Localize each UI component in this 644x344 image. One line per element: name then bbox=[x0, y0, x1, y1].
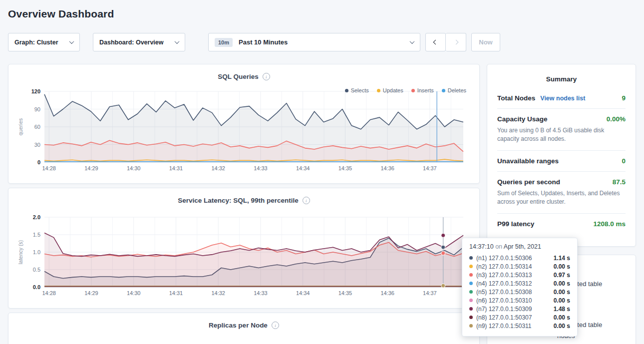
node-address: (n4) 127.0.0.1:50312 bbox=[476, 280, 532, 287]
charts-column: SQL Queries i SelectsUpdatesInsertsDelet… bbox=[8, 64, 480, 344]
legend-item-selects[interactable]: Selects bbox=[345, 87, 369, 93]
legend-label: Updates bbox=[383, 87, 403, 93]
chevron-down-icon bbox=[69, 39, 74, 44]
node-color-dot bbox=[469, 290, 473, 294]
service-latency-chart[interactable]: 14:2814:2914:3014:3114:3214:3314:3414:35… bbox=[16, 213, 471, 298]
node-address: (n6) 127.0.0.1:50310 bbox=[476, 297, 532, 304]
dashboard-toolbar: Graph: Cluster Dashboard: Overview 10m P… bbox=[0, 33, 644, 51]
legend-dot bbox=[377, 89, 380, 92]
tooltip-timestamp: 14:37:10 on Apr 5th, 2021 bbox=[469, 243, 570, 254]
node-latency-value: 0.00 s bbox=[554, 297, 570, 304]
y-tick-label: 90 bbox=[34, 106, 40, 112]
y-tick-label: 0 bbox=[37, 159, 40, 165]
x-tick-label: 14:36 bbox=[380, 290, 394, 296]
graph-selector-dropdown[interactable]: Graph: Cluster bbox=[8, 33, 80, 51]
node-color-dot bbox=[469, 316, 473, 319]
y-tick-label: 120 bbox=[31, 88, 40, 94]
node-latency-value: 0.00 s bbox=[554, 314, 570, 321]
node-latency-value: 0.97 s bbox=[554, 272, 570, 279]
tooltip-node-row: (n8) 127.0.0.1:50307 0.00 s bbox=[469, 313, 570, 322]
y-tick-label: 60 bbox=[34, 124, 40, 130]
node-color-dot bbox=[469, 265, 473, 268]
node-address: (n9) 127.0.0.1:50311 bbox=[476, 323, 532, 330]
summary-title: Summary bbox=[497, 75, 626, 83]
qps-subtext: Sum of Selects, Updates, Inserts, and De… bbox=[497, 189, 626, 207]
node-latency-value: 0.00 s bbox=[554, 263, 570, 270]
node-latency-value: 0.00 s bbox=[554, 323, 570, 330]
chart-title: Replicas per Node bbox=[209, 322, 268, 329]
x-tick-label: 14:31 bbox=[169, 165, 183, 171]
tooltip-connector: on bbox=[495, 243, 502, 250]
info-icon[interactable]: i bbox=[263, 73, 270, 80]
y-tick-label: 0.5 bbox=[33, 267, 40, 273]
total-nodes-value: 9 bbox=[622, 94, 626, 102]
node-latency-value: 0.00 s bbox=[554, 289, 570, 296]
summary-queries-per-second: Queries per second 87.5 Sum of Selects, … bbox=[497, 172, 626, 214]
now-button[interactable]: Now bbox=[471, 33, 500, 51]
tooltip-node-row: (n7) 127.0.0.1:50309 1.48 s bbox=[469, 305, 570, 313]
node-color-dot bbox=[469, 299, 473, 302]
node-address: (n8) 127.0.0.1:50307 bbox=[476, 314, 532, 321]
view-nodes-list-link[interactable]: View nodes list bbox=[540, 95, 585, 102]
hover-point bbox=[441, 245, 445, 249]
y-tick-label: 1.0 bbox=[33, 249, 40, 255]
total-nodes-label: Total Nodes bbox=[497, 94, 535, 102]
tooltip-node-row: (n6) 127.0.0.1:50310 0.00 s bbox=[469, 296, 570, 305]
chart-legend: SelectsUpdatesInsertsDeletes bbox=[345, 87, 466, 93]
legend-item-deletes[interactable]: Deletes bbox=[442, 87, 466, 93]
node-address: (n2) 127.0.0.1:50314 bbox=[476, 263, 532, 270]
time-range-dropdown[interactable]: 10m Past 10 Minutes bbox=[208, 33, 420, 51]
unavailable-ranges-label: Unavailable ranges bbox=[497, 157, 559, 165]
x-tick-label: 14:34 bbox=[296, 290, 310, 296]
summary-total-nodes: Total Nodes View nodes list 9 bbox=[497, 88, 626, 109]
capacity-usage-label: Capacity Usage bbox=[497, 115, 548, 123]
time-range-badge: 10m bbox=[215, 38, 233, 47]
service-latency-chart-header: Service Latency: SQL, 99th percentile i bbox=[16, 197, 471, 204]
service-latency-chart-card: Service Latency: SQL, 99th percentile i … bbox=[8, 188, 480, 309]
time-step-arrows bbox=[425, 33, 466, 51]
node-address: (n5) 127.0.0.1:50308 bbox=[476, 289, 532, 296]
x-tick-label: 14:35 bbox=[338, 165, 352, 171]
info-icon[interactable]: i bbox=[303, 197, 310, 204]
node-latency-value: 0.00 s bbox=[554, 280, 570, 287]
legend-dot bbox=[345, 89, 348, 92]
tooltip-node-row: (n9) 127.0.0.1:50311 0.00 s bbox=[469, 322, 570, 330]
chart-title: SQL Queries bbox=[218, 73, 259, 80]
dashboard-selector-label: Dashboard: Overview bbox=[99, 39, 164, 46]
sql-queries-chart-header: SQL Queries i bbox=[16, 73, 471, 80]
dashboard-selector-dropdown[interactable]: Dashboard: Overview bbox=[93, 33, 185, 51]
y-tick-label: 2.0 bbox=[33, 214, 40, 220]
tooltip-rows: (n1) 127.0.0.1:50306 1.14 s (n2) 127.0.0… bbox=[469, 254, 570, 330]
capacity-usage-value: 0.00% bbox=[607, 115, 626, 123]
chevron-down-icon bbox=[175, 39, 180, 44]
x-tick-label: 14:37 bbox=[423, 290, 437, 296]
info-icon[interactable]: i bbox=[272, 322, 279, 329]
node-latency-value: 1.48 s bbox=[554, 306, 570, 313]
tooltip-node-row: (n1) 127.0.0.1:50306 1.14 s bbox=[469, 254, 570, 262]
time-step-forward-button[interactable] bbox=[446, 33, 466, 51]
x-tick-label: 14:29 bbox=[84, 290, 98, 296]
hover-point bbox=[441, 251, 445, 255]
y-axis-label: queries bbox=[17, 118, 23, 135]
legend-item-updates[interactable]: Updates bbox=[377, 87, 403, 93]
summary-capacity-usage: Capacity Usage 0.00% You are using 0 B o… bbox=[497, 109, 626, 151]
qps-label: Queries per second bbox=[497, 178, 560, 186]
capacity-usage-subtext: You are using 0 B of 4.5 GiB usable disk… bbox=[497, 126, 626, 144]
legend-item-inserts[interactable]: Inserts bbox=[411, 87, 434, 93]
tooltip-date: Apr 5th, 2021 bbox=[504, 243, 541, 250]
page-title: Overview Dashboard bbox=[0, 0, 644, 20]
node-color-dot bbox=[469, 282, 473, 285]
time-step-back-button[interactable] bbox=[425, 33, 446, 51]
chevron-down-icon bbox=[410, 39, 415, 44]
sql-queries-chart[interactable]: 14:2814:2914:3014:3114:3214:3314:3414:35… bbox=[16, 87, 471, 173]
node-address: (n1) 127.0.0.1:50306 bbox=[476, 255, 532, 262]
y-tick-label: 1.5 bbox=[33, 232, 40, 238]
legend-label: Inserts bbox=[417, 87, 434, 93]
x-tick-label: 14:29 bbox=[84, 165, 98, 171]
x-tick-label: 14:31 bbox=[169, 290, 183, 296]
y-axis-label: latency (s) bbox=[17, 240, 23, 264]
hover-point bbox=[441, 284, 445, 288]
node-color-dot bbox=[469, 256, 473, 260]
x-tick-label: 14:33 bbox=[254, 290, 268, 296]
tooltip-node-row: (n4) 127.0.0.1:50312 0.00 s bbox=[469, 279, 570, 288]
